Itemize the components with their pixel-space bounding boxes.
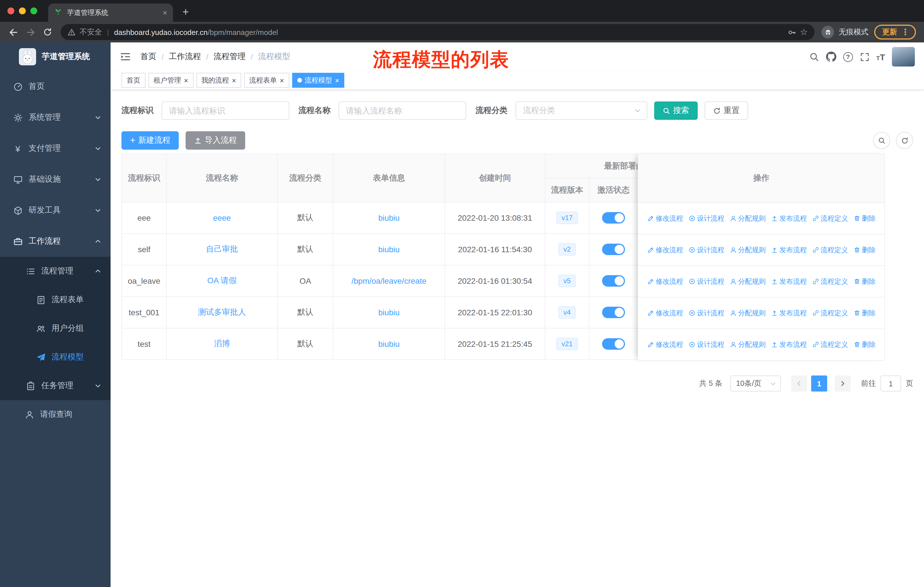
forward-button[interactable]: [22, 23, 39, 41]
publish-process-link[interactable]: 发布流程: [771, 245, 807, 255]
create-process-button[interactable]: + 新建流程: [121, 131, 179, 150]
sidebar-item-task-management[interactable]: 任务管理: [0, 372, 111, 400]
assign-rule-link[interactable]: 分配规则: [729, 245, 766, 255]
publish-process-link[interactable]: 发布流程: [771, 308, 807, 318]
delete-link[interactable]: 删除: [853, 308, 876, 318]
design-process-link[interactable]: 设计流程: [688, 213, 724, 223]
publish-process-link[interactable]: 发布流程: [771, 340, 807, 349]
process-name-input[interactable]: [338, 101, 466, 120]
process-definition-link[interactable]: 流程定义: [812, 213, 848, 223]
form-link[interactable]: biubiu: [378, 308, 400, 317]
toggle-search-button[interactable]: [873, 132, 890, 149]
process-definition-link[interactable]: 流程定义: [812, 276, 848, 286]
address-bar[interactable]: 不安全 | dashboard.yudao.iocoder.cn/bpm/man…: [61, 24, 815, 40]
design-process-link[interactable]: 设计流程: [688, 308, 724, 318]
assign-rule-link[interactable]: 分配规则: [729, 213, 766, 223]
page-size-select[interactable]: 10条/页: [730, 375, 781, 392]
publish-process-link[interactable]: 发布流程: [771, 213, 807, 223]
delete-link[interactable]: 删除: [853, 276, 876, 286]
sidebar-item-devtools[interactable]: 研发工具: [0, 195, 111, 226]
design-process-link[interactable]: 设计流程: [688, 245, 724, 255]
tag-1[interactable]: 租户管理×: [148, 73, 193, 88]
search-button[interactable]: 搜索: [654, 101, 698, 120]
process-name-link[interactable]: 自己审批: [206, 244, 238, 253]
delete-link[interactable]: 删除: [853, 213, 876, 223]
next-page-button[interactable]: [835, 375, 851, 392]
github-icon[interactable]: [826, 51, 836, 62]
tab-close-icon[interactable]: ×: [163, 8, 167, 17]
active-toggle[interactable]: [602, 244, 625, 255]
fullscreen-icon[interactable]: [860, 52, 869, 62]
publish-process-link[interactable]: 发布流程: [771, 276, 807, 286]
sidebar-item-process-management[interactable]: 流程管理: [0, 257, 111, 286]
modify-process-link[interactable]: 修改流程: [647, 308, 683, 318]
tag-0[interactable]: 首页: [121, 73, 145, 88]
process-definition-link[interactable]: 流程定义: [812, 340, 848, 349]
tag-close-icon[interactable]: ×: [184, 76, 188, 84]
process-definition-link[interactable]: 流程定义: [812, 245, 848, 255]
update-button[interactable]: 更新 ⋮: [874, 25, 916, 40]
user-avatar[interactable]: [892, 47, 915, 66]
sidebar-item-system[interactable]: 系统管理: [0, 102, 111, 133]
macos-minimize-button[interactable]: [19, 7, 26, 14]
sidebar-item-process-model[interactable]: 流程模型: [0, 343, 111, 372]
page-1-button[interactable]: 1: [811, 375, 827, 392]
refresh-table-button[interactable]: [896, 132, 913, 149]
sidebar-item-process-form[interactable]: 流程表单: [0, 286, 111, 314]
import-process-button[interactable]: 导入流程: [186, 131, 246, 150]
sidebar-item-home[interactable]: 首页: [0, 71, 111, 102]
sidebar-item-infrastructure[interactable]: 基础设施: [0, 164, 111, 195]
reset-button[interactable]: 重置: [705, 101, 748, 120]
delete-link[interactable]: 删除: [853, 340, 876, 349]
modify-process-link[interactable]: 修改流程: [647, 276, 683, 286]
process-name-link[interactable]: OA 请假: [207, 276, 237, 285]
breadcrumb-item-1[interactable]: 工作流程: [169, 51, 201, 62]
assign-rule-link[interactable]: 分配规则: [729, 340, 766, 349]
browser-menu-icon[interactable]: ⋮: [901, 27, 910, 37]
tag-3[interactable]: 流程表单×: [244, 73, 289, 88]
modify-process-link[interactable]: 修改流程: [647, 340, 683, 349]
delete-link[interactable]: 删除: [853, 245, 876, 255]
new-tab-button[interactable]: +: [178, 4, 194, 20]
process-name-link[interactable]: eeee: [213, 213, 231, 222]
form-link[interactable]: biubiu: [378, 245, 400, 254]
assign-rule-link[interactable]: 分配规则: [729, 308, 766, 318]
font-size-icon[interactable]: TT: [876, 52, 885, 62]
security-label[interactable]: 不安全: [80, 27, 102, 37]
tag-2[interactable]: 我的流程×: [196, 73, 241, 88]
search-icon[interactable]: [809, 52, 819, 62]
form-link[interactable]: biubiu: [378, 213, 400, 222]
process-name-link[interactable]: 滔博: [214, 339, 230, 348]
modify-process-link[interactable]: 修改流程: [647, 213, 683, 223]
sidebar-item-leave-query[interactable]: 请假查询: [0, 400, 111, 429]
active-toggle[interactable]: [602, 275, 625, 287]
process-definition-link[interactable]: 流程定义: [812, 308, 848, 318]
form-link[interactable]: /bpm/oa/leave/create: [351, 276, 426, 286]
breadcrumb-item-2[interactable]: 流程管理: [214, 51, 246, 62]
security-warning-icon[interactable]: [68, 28, 76, 36]
macos-zoom-button[interactable]: [30, 7, 37, 14]
sidebar-item-workflow[interactable]: 工作流程: [0, 226, 111, 257]
active-toggle[interactable]: [602, 338, 625, 350]
modify-process-link[interactable]: 修改流程: [647, 245, 683, 255]
sidebar-collapse-icon[interactable]: [120, 51, 131, 63]
design-process-link[interactable]: 设计流程: [688, 276, 724, 286]
app-logo[interactable]: 芋道管理系统: [0, 42, 111, 71]
design-process-link[interactable]: 设计流程: [688, 340, 724, 349]
process-id-input[interactable]: [162, 101, 289, 120]
reload-button[interactable]: [39, 23, 56, 41]
category-select[interactable]: 流程分类: [516, 101, 647, 120]
prev-page-button[interactable]: [791, 375, 807, 392]
password-key-icon[interactable]: [787, 28, 796, 36]
tag-close-icon[interactable]: ×: [280, 76, 284, 84]
active-toggle[interactable]: [602, 307, 625, 318]
form-link[interactable]: biubiu: [378, 339, 400, 349]
browser-tab[interactable]: 芋道管理系统 ×: [48, 3, 173, 22]
bookmark-star-icon[interactable]: ☆: [800, 27, 808, 37]
tag-4[interactable]: 流程模型×: [292, 73, 345, 88]
breadcrumb-item-0[interactable]: 首页: [140, 51, 157, 62]
tag-close-icon[interactable]: ×: [232, 76, 236, 84]
sidebar-item-user-group[interactable]: 用户分组: [0, 314, 111, 343]
help-icon[interactable]: ?: [843, 52, 853, 62]
macos-close-button[interactable]: [7, 7, 14, 14]
